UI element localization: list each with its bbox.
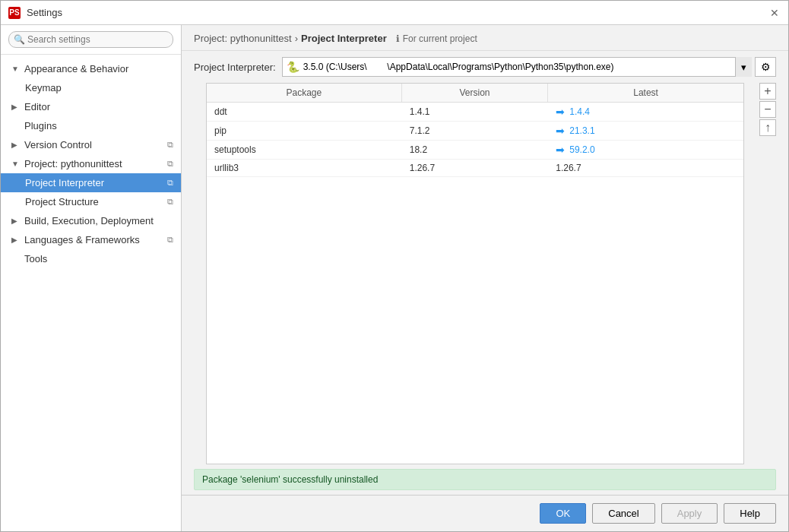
sidebar-item-tools[interactable]: ▶ Tools bbox=[1, 249, 181, 268]
copy-icon: ⧉ bbox=[167, 140, 173, 150]
pkg-version: 1.26.7 bbox=[402, 160, 549, 176]
spacer-icon: ▶ bbox=[11, 255, 21, 263]
copy-icon: ⧉ bbox=[167, 235, 173, 245]
sidebar-item-label: Project: pythonunittest bbox=[24, 158, 122, 169]
add-package-button[interactable]: + bbox=[759, 83, 776, 100]
sidebar-item-keymap[interactable]: Keymap bbox=[1, 78, 181, 97]
titlebar-left: PS Settings bbox=[8, 7, 62, 19]
sidebar-item-editor[interactable]: ▶ Editor bbox=[1, 97, 181, 116]
right-panel: Project: pythonunittest › Project Interp… bbox=[182, 25, 788, 531]
breadcrumb-project: Project: pythonunittest bbox=[194, 33, 292, 44]
apply-button[interactable]: Apply bbox=[661, 503, 718, 524]
chevron-right-icon: ▶ bbox=[11, 141, 21, 149]
chevron-right-icon: ▶ bbox=[11, 236, 21, 244]
breadcrumb-separator: › bbox=[295, 33, 298, 44]
copy-icon: ⧉ bbox=[167, 178, 173, 188]
interpreter-select-wrap: 🐍 3.5.0 (C:\Users\ \AppData\Local\Progra… bbox=[282, 57, 776, 77]
sidebar-item-build[interactable]: ▶ Build, Execution, Deployment bbox=[1, 211, 181, 230]
sidebar-item-label: Project Interpreter bbox=[25, 177, 104, 188]
search-wrap: 🔍 bbox=[8, 31, 173, 48]
pkg-name: ddt bbox=[207, 103, 402, 121]
pkg-latest: ➡ 59.2.0 bbox=[548, 141, 743, 159]
chevron-right-icon: ▶ bbox=[11, 217, 21, 225]
interpreter-label: Project Interpreter: bbox=[194, 62, 276, 73]
gear-button[interactable]: ⚙ bbox=[755, 57, 776, 77]
sidebar-item-vcs[interactable]: ▶ Version Control ⧉ bbox=[1, 135, 181, 154]
copy-icon: ⧉ bbox=[167, 159, 173, 169]
pkg-version: 1.4.1 bbox=[402, 103, 549, 121]
chevron-right-icon: ▶ bbox=[11, 103, 21, 111]
packages-list: ddt 1.4.1 ➡ 1.4.4 pip 7.1.2 bbox=[207, 103, 743, 464]
sidebar-item-project-interpreter[interactable]: Project Interpreter ⧉ bbox=[1, 173, 181, 192]
sidebar-item-label: Languages & Frameworks bbox=[24, 234, 140, 245]
sidebar-item-label: Plugins bbox=[24, 120, 57, 131]
for-current-badge: ℹ For current project bbox=[396, 33, 477, 44]
col-version: Version bbox=[402, 84, 549, 102]
table-row[interactable]: pip 7.1.2 ➡ 21.3.1 bbox=[207, 122, 743, 141]
settings-dialog: PS Settings ✕ 🔍 ▼ Appearance & Behavior bbox=[0, 0, 789, 532]
sidebar: 🔍 ▼ Appearance & Behavior Keymap ▶ Edito… bbox=[1, 25, 182, 531]
latest-value: 21.3.1 bbox=[569, 125, 594, 136]
sidebar-item-label: Appearance & Behavior bbox=[24, 63, 128, 74]
pkg-version: 18.2 bbox=[402, 141, 549, 159]
table-row[interactable]: urllib3 1.26.7 1.26.7 bbox=[207, 160, 743, 177]
table-row[interactable]: ddt 1.4.1 ➡ 1.4.4 bbox=[207, 103, 743, 122]
main-content: 🔍 ▼ Appearance & Behavior Keymap ▶ Edito… bbox=[1, 25, 788, 531]
latest-value: 59.2.0 bbox=[569, 144, 594, 155]
sidebar-item-plugins[interactable]: ▶ Plugins bbox=[1, 116, 181, 135]
pkg-latest: ➡ 1.4.4 bbox=[548, 103, 743, 121]
packages-header: Package Version Latest bbox=[207, 84, 743, 103]
packages-area-outer: Package Version Latest ddt 1.4.1 ➡ 1.4.4 bbox=[194, 83, 776, 464]
chevron-down-icon: ▼ bbox=[11, 65, 21, 73]
col-package: Package bbox=[207, 84, 402, 102]
sidebar-item-label: Version Control bbox=[24, 139, 92, 150]
pkg-version: 7.1.2 bbox=[402, 122, 549, 140]
sidebar-item-project-structure[interactable]: Project Structure ⧉ bbox=[1, 192, 181, 211]
sidebar-item-label: Build, Execution, Deployment bbox=[24, 215, 154, 226]
sidebar-item-label: Editor bbox=[24, 101, 50, 112]
python-icon: 🐍 bbox=[287, 61, 299, 73]
latest-value: 1.4.4 bbox=[569, 106, 590, 117]
panel-header: Project: pythonunittest › Project Interp… bbox=[182, 25, 788, 51]
sidebar-item-project[interactable]: ▼ Project: pythonunittest ⧉ bbox=[1, 154, 181, 173]
interpreter-dropdown[interactable]: 🐍 3.5.0 (C:\Users\ \AppData\Local\Progra… bbox=[282, 57, 752, 77]
chevron-down-icon: ▼ bbox=[11, 160, 21, 168]
breadcrumb-current: Project Interpreter bbox=[301, 33, 387, 44]
titlebar: PS Settings ✕ bbox=[1, 1, 788, 25]
interpreter-row: Project Interpreter: 🐍 3.5.0 (C:\Users\ … bbox=[182, 51, 788, 83]
titlebar-title: Settings bbox=[27, 7, 62, 18]
ok-button[interactable]: OK bbox=[540, 503, 586, 524]
table-row[interactable]: setuptools 18.2 ➡ 59.2.0 bbox=[207, 141, 743, 160]
app-icon: PS bbox=[8, 7, 21, 19]
bottom-bar: OK Cancel Apply Help bbox=[182, 495, 788, 531]
packages-table: Package Version Latest ddt 1.4.1 ➡ 1.4.4 bbox=[206, 83, 744, 464]
close-button[interactable]: ✕ bbox=[768, 7, 781, 19]
dropdown-arrow-icon[interactable]: ▾ bbox=[735, 57, 752, 77]
latest-value: 1.26.7 bbox=[556, 163, 581, 173]
sidebar-item-languages[interactable]: ▶ Languages & Frameworks ⧉ bbox=[1, 230, 181, 249]
interpreter-value-text: 3.5.0 (C:\Users\ \AppData\Local\Programs… bbox=[303, 62, 734, 72]
status-bar: Package 'selenium' successfully uninstal… bbox=[194, 469, 776, 490]
copy-icon: ⧉ bbox=[167, 197, 173, 207]
sidebar-item-label: Keymap bbox=[25, 82, 62, 93]
help-button[interactable]: Help bbox=[724, 503, 776, 524]
sidebar-item-appearance[interactable]: ▼ Appearance & Behavior bbox=[1, 59, 181, 78]
update-arrow-icon: ➡ bbox=[556, 106, 565, 118]
sidebar-item-label: Tools bbox=[24, 253, 47, 264]
col-latest: Latest bbox=[548, 84, 743, 102]
up-button[interactable]: ↑ bbox=[759, 119, 776, 136]
sidebar-nav: ▼ Appearance & Behavior Keymap ▶ Editor … bbox=[1, 55, 181, 273]
cancel-button[interactable]: Cancel bbox=[592, 503, 654, 524]
pkg-name: setuptools bbox=[207, 141, 402, 159]
spacer-icon: ▶ bbox=[11, 122, 21, 130]
search-box: 🔍 bbox=[1, 25, 181, 55]
update-arrow-icon: ➡ bbox=[556, 144, 565, 156]
remove-package-button[interactable]: − bbox=[759, 101, 776, 118]
update-arrow-icon: ➡ bbox=[556, 125, 565, 137]
side-buttons-col: + − ↑ bbox=[756, 83, 776, 464]
info-icon: ℹ bbox=[396, 33, 400, 44]
pkg-name: pip bbox=[207, 122, 402, 140]
pkg-latest: ➡ 21.3.1 bbox=[548, 122, 743, 140]
pkg-name: urllib3 bbox=[207, 160, 402, 176]
search-input[interactable] bbox=[8, 31, 173, 48]
